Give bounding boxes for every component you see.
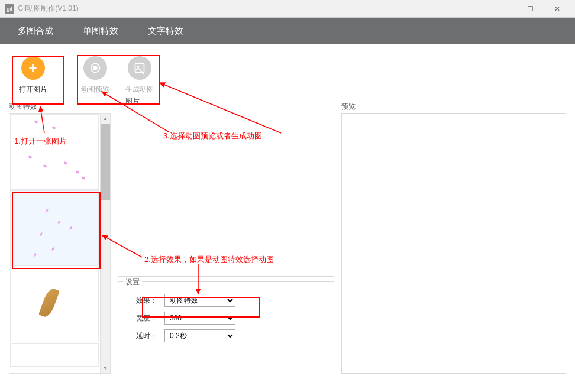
- app-icon: gif: [5, 4, 14, 14]
- close-button[interactable]: ✕: [544, 1, 570, 17]
- effect-label: 效果：: [128, 296, 157, 306]
- effect-select[interactable]: 动图特效: [164, 294, 235, 307]
- thumbnail-item[interactable]: [10, 343, 99, 367]
- generate-button[interactable]: 生成动图: [117, 50, 161, 101]
- thumbnails-list[interactable]: ▲ ▼: [9, 113, 111, 374]
- center-panel: 图片 设置 效果： 动图特效 宽度： 380 延时： 0.2秒: [118, 101, 334, 374]
- preview-button[interactable]: 动图预览: [73, 50, 117, 101]
- effects-header: 动图特效: [9, 101, 111, 113]
- menu-single-effect[interactable]: 单图特效: [83, 25, 118, 37]
- generate-label: 生成动图: [125, 85, 154, 95]
- width-select[interactable]: 380: [164, 312, 235, 325]
- svg-point-1: [93, 66, 97, 70]
- plus-icon: +: [21, 56, 45, 80]
- scrollbar-thumb[interactable]: [101, 124, 110, 200]
- delay-row: 延时： 0.2秒: [128, 329, 324, 342]
- thumbnail-item[interactable]: [10, 114, 99, 190]
- image-icon: [128, 56, 151, 80]
- menubar: 多图合成 单图特效 文字特效: [0, 18, 575, 44]
- open-image-label: 打开图片: [19, 85, 47, 95]
- effects-panel: 动图特效: [9, 101, 111, 374]
- settings-fieldset: 设置 效果： 动图特效 宽度： 380 延时： 0.2秒: [118, 281, 334, 352]
- titlebar: gif Gif动图制作(V1.01) ─ ☐ ✕: [0, 0, 575, 18]
- maximize-button[interactable]: ☐: [517, 1, 544, 17]
- minimize-button[interactable]: ─: [490, 1, 517, 17]
- scrollbar[interactable]: ▲ ▼: [100, 114, 110, 373]
- scroll-up-button[interactable]: ▲: [101, 114, 110, 124]
- window-title: Gif动图制作(V1.01): [18, 4, 490, 14]
- thumbnail-item[interactable]: [10, 267, 99, 342]
- delay-label: 延时：: [128, 331, 157, 341]
- width-row: 宽度： 380: [128, 312, 324, 325]
- preview-label: 动图预览: [81, 85, 109, 95]
- eye-icon: [83, 56, 107, 80]
- svg-point-3: [137, 66, 138, 67]
- toolbar: + 打开图片 动图预览 生成动图: [0, 44, 575, 101]
- delay-select[interactable]: 0.2秒: [164, 329, 235, 342]
- width-label: 宽度：: [128, 313, 157, 323]
- thumbnail-item[interactable]: [10, 190, 99, 266]
- settings-legend: 设置: [123, 277, 142, 287]
- svg-rect-2: [135, 64, 144, 73]
- open-image-button[interactable]: + 打开图片: [11, 50, 55, 101]
- scroll-down-button[interactable]: ▼: [101, 363, 110, 373]
- preview-panel: 预览: [341, 101, 566, 374]
- image-fieldset: 图片: [118, 101, 334, 277]
- menu-text-effect[interactable]: 文字特效: [148, 25, 183, 37]
- menu-multi-compose[interactable]: 多图合成: [18, 25, 53, 37]
- preview-header: 预览: [341, 101, 566, 113]
- main-content: 动图特效: [0, 101, 575, 374]
- image-legend: 图片: [123, 96, 142, 106]
- preview-area: [341, 113, 566, 374]
- window-controls: ─ ☐ ✕: [490, 1, 570, 17]
- effect-row: 效果： 动图特效: [128, 294, 324, 307]
